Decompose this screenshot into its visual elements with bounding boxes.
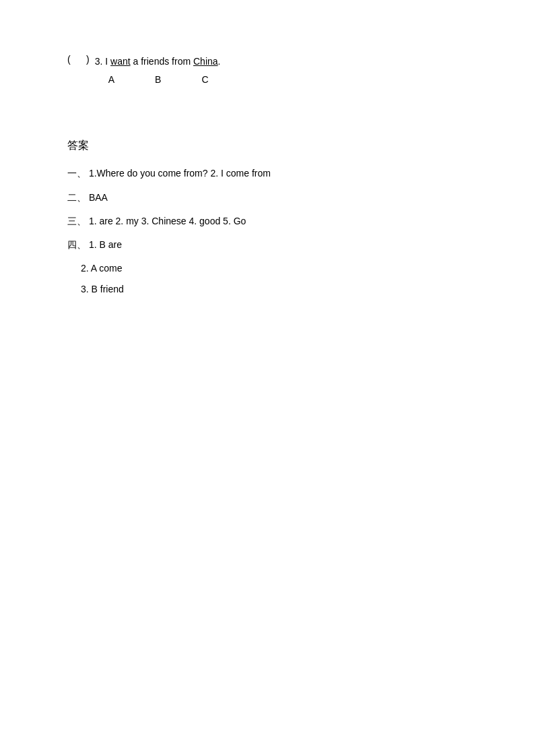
choices-row: A B C bbox=[108, 74, 221, 85]
word-china: China bbox=[193, 56, 218, 67]
choice-c: C bbox=[201, 74, 208, 85]
choice-b: B bbox=[155, 74, 161, 85]
answer-section4: 四、 1. B are bbox=[67, 237, 467, 253]
section4-text: 1. B are bbox=[89, 239, 122, 250]
question-number: 3. bbox=[95, 56, 103, 67]
section1-label: 一、 bbox=[67, 168, 86, 179]
section2-label: 二、 bbox=[67, 192, 86, 203]
answer-section1: 一、 1.Where do you come from? 2. I come f… bbox=[67, 165, 467, 182]
section1-text: 1.Where do you come from? 2. I come from bbox=[89, 168, 271, 179]
question-text: 3. I want a friends from China. bbox=[95, 54, 221, 69]
section4-label: 四、 bbox=[67, 239, 86, 250]
question-text-after: . bbox=[218, 56, 221, 67]
paren-close: ) bbox=[86, 54, 90, 65]
question-paren: ( ) bbox=[67, 54, 90, 65]
question-text-before: I bbox=[105, 56, 110, 67]
answer-title: 答案 bbox=[67, 139, 467, 153]
question-text-middle: a friends from bbox=[131, 56, 193, 67]
word-want: want bbox=[110, 56, 131, 67]
answer-section2: 二、 BAA bbox=[67, 189, 467, 206]
choice-a: A bbox=[108, 74, 114, 85]
answer-section4-line2: 2. A come bbox=[81, 260, 467, 277]
answer-section3: 三、 1. are 2. my 3. Chinese 4. good 5. Go bbox=[67, 213, 467, 230]
answer-section: 答案 一、 1.Where do you come from? 2. I com… bbox=[67, 139, 467, 298]
paren-open: ( bbox=[67, 54, 71, 65]
section3-text: 1. are 2. my 3. Chinese 4. good 5. Go bbox=[89, 216, 246, 226]
section2-text: BAA bbox=[89, 192, 108, 203]
question-body: 3. I want a friends from China. A B C bbox=[95, 54, 221, 85]
question-3: ( ) 3. I want a friends from China. A B … bbox=[67, 54, 467, 85]
section3-label: 三、 bbox=[67, 216, 86, 226]
answer-section4-line3: 3. B friend bbox=[81, 281, 467, 298]
page-content: ( ) 3. I want a friends from China. A B … bbox=[0, 0, 534, 356]
